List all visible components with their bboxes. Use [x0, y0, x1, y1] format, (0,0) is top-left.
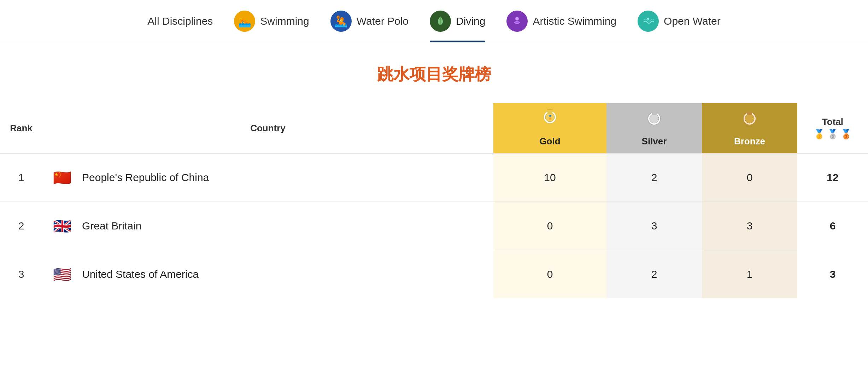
- nav-item-open-water[interactable]: Open Water: [638, 11, 721, 42]
- country-flag: 🇺🇸: [51, 263, 74, 286]
- gold-cell: 0: [493, 202, 606, 250]
- navigation: All Disciplines 🏊 Swimming 🤽 Water Polo …: [0, 0, 868, 42]
- svg-rect-8: [652, 112, 657, 115]
- silver-cell: 3: [606, 202, 702, 250]
- nav-item-swimming[interactable]: 🏊 Swimming: [234, 11, 309, 42]
- total-medal-icons: 🥇 🥈 🥉: [806, 129, 860, 140]
- silver-cell: 2: [606, 154, 702, 202]
- country-flag: 🇬🇧: [51, 215, 74, 237]
- header-total: Total 🥇 🥈 🥉: [797, 103, 868, 154]
- country-cell: 🇺🇸 United States of America: [42, 250, 493, 299]
- swimming-icon: 🏊: [234, 11, 255, 32]
- bronze-medal-icon: [710, 109, 789, 134]
- country-name: Great Britain: [82, 220, 141, 232]
- rank-cell: 3: [0, 250, 42, 299]
- silver-cell: 2: [606, 250, 702, 299]
- table-row: 3 🇺🇸 United States of America 0 2 1 3: [0, 250, 868, 299]
- country-name: United States of America: [82, 268, 199, 280]
- total-cell: 6: [797, 202, 868, 250]
- svg-text:🏅: 🏅: [547, 115, 553, 120]
- header-rank: Rank: [0, 103, 42, 154]
- diving-label: Diving: [456, 15, 485, 27]
- bronze-label: Bronze: [710, 136, 789, 147]
- nav-item-water-polo[interactable]: 🤽 Water Polo: [330, 11, 409, 42]
- country-cell: 🇬🇧 Great Britain: [42, 202, 493, 250]
- rank-cell: 2: [0, 202, 42, 250]
- header-bronze: Bronze: [702, 103, 797, 154]
- silver-medal-icon: [615, 109, 693, 134]
- total-gold-icon: 🥇: [814, 129, 825, 140]
- bronze-cell: 0: [702, 154, 797, 202]
- total-silver-icon: 🥈: [827, 129, 838, 140]
- gold-cell: 10: [493, 154, 606, 202]
- open-water-icon: [638, 11, 659, 32]
- water-polo-label: Water Polo: [357, 15, 409, 27]
- total-cell: 3: [797, 250, 868, 299]
- medal-table: Rank Country 🏅 Gold: [0, 103, 868, 298]
- svg-point-7: [650, 114, 659, 123]
- total-bronze-icon: 🥉: [840, 129, 852, 140]
- bronze-cell: 1: [702, 250, 797, 299]
- artistic-swimming-label: Artistic Swimming: [533, 15, 616, 27]
- table-row: 2 🇬🇧 Great Britain 0 3 3 6: [0, 202, 868, 250]
- page-title: 跳水项目奖牌榜: [0, 64, 868, 85]
- country-flag: 🇨🇳: [51, 166, 74, 189]
- gold-medal-icon: 🏅: [502, 109, 598, 134]
- nav-item-all-disciplines[interactable]: All Disciplines: [147, 15, 213, 37]
- country-name: People's Republic of China: [82, 172, 209, 184]
- nav-item-diving[interactable]: Diving: [430, 11, 485, 42]
- silver-label: Silver: [615, 136, 693, 147]
- svg-rect-4: [547, 110, 552, 114]
- header-gold: 🏅 Gold: [493, 103, 606, 154]
- gold-cell: 0: [493, 250, 606, 299]
- country-cell: 🇨🇳 People's Republic of China: [42, 154, 493, 202]
- water-polo-icon: 🤽: [330, 11, 352, 32]
- header-country: Country: [42, 103, 493, 154]
- nav-item-artistic-swimming[interactable]: Artistic Swimming: [506, 11, 616, 42]
- open-water-label: Open Water: [664, 15, 721, 27]
- svg-point-1: [647, 18, 649, 20]
- all-disciplines-label: All Disciplines: [147, 15, 213, 27]
- svg-rect-11: [747, 112, 752, 115]
- svg-point-10: [745, 114, 754, 123]
- svg-point-0: [515, 17, 519, 20]
- swimming-label: Swimming: [260, 15, 309, 27]
- header-silver: Silver: [606, 103, 702, 154]
- diving-icon: [430, 11, 451, 32]
- rank-cell: 1: [0, 154, 42, 202]
- total-cell: 12: [797, 154, 868, 202]
- artistic-swimming-icon: [506, 11, 528, 32]
- table-row: 1 🇨🇳 People's Republic of China 10 2 0 1…: [0, 154, 868, 202]
- total-label: Total: [806, 116, 860, 127]
- gold-label: Gold: [502, 136, 598, 147]
- bronze-cell: 3: [702, 202, 797, 250]
